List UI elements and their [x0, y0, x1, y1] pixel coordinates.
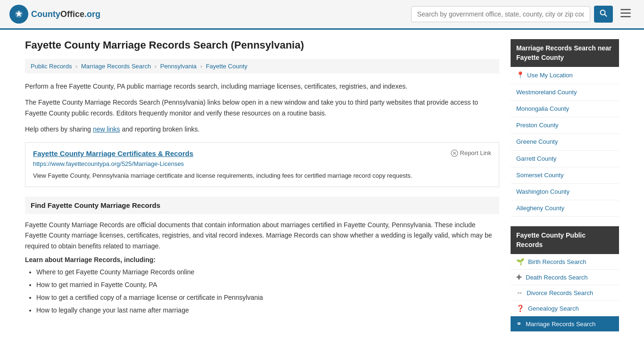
sidebar: Marriage Records Search near Fayette Cou…: [511, 39, 619, 341]
desc3-post: and reporting broken links.: [120, 125, 200, 133]
bullet-item: Where to get Fayette County Marriage Rec…: [36, 267, 499, 277]
divorce-icon: ↔: [516, 289, 523, 296]
svg-rect-6: [620, 16, 631, 17]
search-area: [411, 6, 635, 23]
find-section-text: Fayette County Marriage Records are offi…: [25, 220, 499, 251]
breadcrumb-pennsylvania[interactable]: Pennsylvania: [160, 63, 197, 70]
logo-office: Office: [60, 9, 84, 19]
svg-rect-4: [620, 9, 631, 10]
desc3-pre: Help others by sharing: [25, 125, 93, 133]
sidebar-item-somerset[interactable]: Somerset County: [511, 167, 619, 184]
breadcrumb-public-records[interactable]: Public Records: [31, 63, 72, 70]
svg-point-2: [601, 10, 605, 15]
nearby-header: Marriage Records Search near Fayette Cou…: [511, 39, 619, 67]
report-link[interactable]: Report Link: [451, 149, 491, 157]
svg-rect-5: [620, 13, 631, 14]
svg-line-3: [605, 15, 607, 17]
sidebar-pr-marriage[interactable]: ⚭ Marriage Records Search: [511, 316, 619, 332]
sidebar-item-garrett[interactable]: Garrett County: [511, 151, 619, 167]
report-link-label: Report Link: [460, 149, 491, 156]
sidebar-item-allegheny[interactable]: Allegheny County: [511, 200, 619, 217]
logo-org: .org: [84, 9, 100, 19]
birth-label: Birth Records Search: [528, 258, 586, 265]
bullet-item: How to get a certified copy of a marriag…: [36, 293, 499, 303]
new-links-link[interactable]: new links: [93, 125, 120, 133]
sidebar-item-washington[interactable]: Washington County: [511, 184, 619, 200]
link-card-title[interactable]: Fayette County Marriage Certificates & R…: [33, 149, 193, 157]
sidebar-pr-birth[interactable]: 🌱 Birth Records Search: [511, 254, 619, 270]
link-card: Fayette County Marriage Certificates & R…: [25, 142, 499, 188]
sidebar-pr-genealogy[interactable]: ❓ Genealogy Search: [511, 301, 619, 316]
sidebar-pr-death[interactable]: ✚ Death Records Search: [511, 270, 619, 285]
sidebar-pr-divorce[interactable]: ↔ Divorce Records Search: [511, 285, 619, 301]
death-label: Death Records Search: [526, 274, 588, 281]
desc-para-2: The Fayette County Marriage Records Sear…: [25, 97, 499, 118]
bullet-item: How to get married in Fayette County, PA: [36, 280, 499, 290]
find-section-header: Find Fayette County Marriage Records: [25, 197, 499, 214]
find-section-title: Find Fayette County Marriage Records: [31, 201, 494, 209]
public-records-header: Fayette County Public Records: [511, 226, 619, 254]
breadcrumb-sep1: ›: [75, 63, 79, 70]
link-card-header: Fayette County Marriage Certificates & R…: [33, 149, 491, 157]
breadcrumb-marriage-records[interactable]: Marriage Records Search: [81, 63, 151, 70]
logo-county: County: [31, 9, 60, 19]
sidebar-item-my-location[interactable]: 📍 Use My Location: [511, 67, 619, 84]
logo-text: CountyOffice.org: [31, 9, 100, 19]
page-title: Fayette County Marriage Records Search (…: [25, 39, 499, 51]
marriage-icon: ⚭: [516, 320, 522, 328]
menu-button[interactable]: [617, 6, 635, 22]
link-card-url[interactable]: https://www.fayettecountypa.org/525/Marr…: [33, 160, 491, 167]
bullet-item: How to legally change your last name aft…: [36, 305, 499, 315]
learn-heading: Learn about Marriage Records, including:: [25, 256, 499, 263]
sidebar-item-westmoreland[interactable]: Westmoreland County: [511, 84, 619, 101]
breadcrumb-sep2: ›: [155, 63, 158, 70]
breadcrumb-fayette[interactable]: Fayette County: [206, 63, 248, 70]
search-button[interactable]: [594, 6, 613, 23]
logo-icon: [9, 5, 28, 24]
header: CountyOffice.org: [0, 0, 644, 30]
bullet-list: Where to get Fayette County Marriage Rec…: [36, 267, 499, 315]
birth-icon: 🌱: [516, 258, 524, 265]
divorce-label: Divorce Records Search: [527, 289, 593, 296]
location-icon: 📍: [516, 71, 524, 80]
nearby-section: Marriage Records Search near Fayette Cou…: [511, 39, 619, 217]
marriage-label: Marriage Records Search: [526, 321, 595, 328]
genealogy-icon: ❓: [516, 304, 524, 312]
desc-para-1: Perform a free Fayette County, PA public…: [25, 81, 499, 91]
report-icon: [451, 149, 458, 157]
sidebar-item-monongalia[interactable]: Monongalia County: [511, 101, 619, 117]
content-wrap: Fayette County Marriage Records Search (…: [16, 30, 628, 351]
breadcrumb-sep3: ›: [200, 63, 204, 70]
desc-para-3: Help others by sharing new links and rep…: [25, 124, 499, 134]
sidebar-item-greene[interactable]: Greene County: [511, 134, 619, 150]
breadcrumb: Public Records › Marriage Records Search…: [25, 59, 499, 74]
link-card-desc: View Fayette County, Pennsylvania marria…: [33, 171, 491, 181]
location-label: Use My Location: [527, 71, 573, 80]
public-records-section: Fayette County Public Records 🌱 Birth Re…: [511, 226, 619, 332]
search-input[interactable]: [411, 6, 590, 22]
death-icon: ✚: [516, 273, 522, 281]
sidebar-item-preston[interactable]: Preston County: [511, 117, 619, 134]
logo-area: CountyOffice.org: [9, 5, 100, 24]
genealogy-label: Genealogy Search: [528, 305, 579, 312]
main-content: Fayette County Marriage Records Search (…: [25, 39, 499, 341]
